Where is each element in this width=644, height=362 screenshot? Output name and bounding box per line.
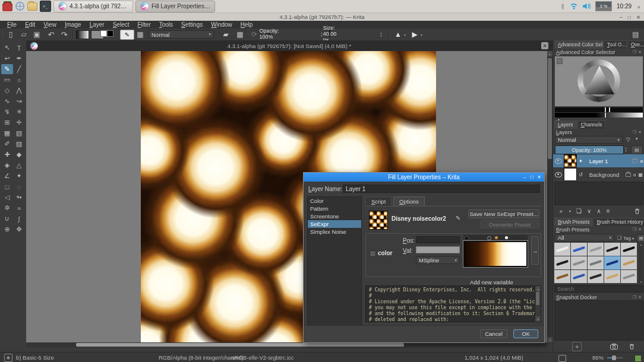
maximize-button[interactable]: □ bbox=[628, 14, 631, 20]
document-subwindow-titlebar[interactable]: 4.3.1-alpha (git 79267b7): [Not Saved] (… bbox=[26, 40, 553, 52]
tab-brush-preset-history[interactable]: Brush Preset History bbox=[593, 218, 644, 226]
switch-to-snapshot-button[interactable] bbox=[610, 344, 618, 350]
eject-icon[interactable]: ▲ bbox=[636, 4, 642, 9]
current-brush-indicator[interactable]: b) Basic-5 Size bbox=[4, 353, 54, 362]
float-docker-icon[interactable]: ❐ bbox=[633, 130, 636, 135]
layer-opacity-spinner[interactable]: ▴▾ bbox=[623, 145, 629, 154]
brush-preset-9[interactable] bbox=[621, 256, 637, 269]
brush-preset-2[interactable] bbox=[588, 243, 604, 256]
toolbar-grip[interactable]: ⋮ bbox=[1, 30, 5, 39]
brush-filter-combo[interactable]: All ▾ bbox=[555, 234, 614, 242]
tool-reference-images[interactable]: ✦ bbox=[13, 171, 25, 181]
close-docker-icon[interactable]: ✕ bbox=[638, 130, 642, 135]
tool-ellipse[interactable]: ○ bbox=[13, 75, 25, 85]
browser-icon[interactable] bbox=[15, 1, 25, 11]
eraser-mode-button[interactable]: ▰ bbox=[221, 30, 231, 39]
scroll-down-icon[interactable]: ▾ bbox=[547, 337, 553, 342]
tab-options[interactable]: Options bbox=[393, 196, 425, 206]
snapshot-list[interactable] bbox=[554, 300, 643, 341]
float-docker-icon[interactable]: ❐ bbox=[633, 227, 636, 232]
generator-item-pattern[interactable]: Pattern bbox=[308, 205, 361, 212]
chevron-down-icon[interactable]: ▾ bbox=[403, 30, 407, 39]
minimize-button[interactable]: – bbox=[620, 14, 623, 20]
menu-file[interactable]: File bbox=[4, 21, 20, 28]
selection-mode-icon[interactable] bbox=[558, 355, 566, 362]
tool-rect-select[interactable]: □ bbox=[1, 182, 13, 192]
tool-polygon[interactable]: ◇ bbox=[1, 85, 13, 96]
alpha-lock-icon[interactable]: α bbox=[640, 158, 643, 164]
remove-snapshot-button[interactable] bbox=[629, 344, 634, 350]
close-button[interactable]: ✕ bbox=[636, 14, 640, 20]
dialog-minimize-button[interactable]: – bbox=[523, 174, 526, 180]
colorspace-label[interactable]: RGB/Alpha (8-bit integer/channel) bbox=[159, 353, 244, 362]
opacity-slider[interactable]: Opacity: 100% bbox=[269, 30, 270, 37]
tool-color-sampler[interactable]: ✐ bbox=[1, 139, 13, 149]
gradient-preview[interactable] bbox=[463, 241, 528, 267]
close-docker-icon[interactable]: ✕ bbox=[638, 227, 642, 232]
menu-select[interactable]: Select bbox=[109, 21, 133, 28]
color-variable-checkbox[interactable] bbox=[370, 250, 376, 257]
tool-transform[interactable]: ⊞ bbox=[1, 118, 13, 128]
brush-preset-4[interactable] bbox=[621, 243, 637, 256]
undo-button[interactable]: ↶ bbox=[46, 30, 56, 39]
chevron-down-icon[interactable]: ▾ bbox=[569, 209, 571, 213]
val-input[interactable] bbox=[416, 246, 460, 253]
create-snapshot-button[interactable]: ＋ bbox=[572, 342, 582, 351]
dialog-maximize-button[interactable]: □ bbox=[530, 174, 533, 180]
chevron-down-icon[interactable]: ▾ bbox=[636, 136, 638, 141]
dialog-titlebar[interactable]: Fill Layer Properties – Krita – □ ✕ bbox=[304, 173, 544, 182]
tool-bezier-select[interactable]: ∫ bbox=[13, 214, 25, 224]
menu-view[interactable]: View bbox=[40, 21, 60, 28]
layer-row-layer1[interactable]: ✦ Layer 1 α bbox=[553, 154, 644, 167]
tool-ellipse-select[interactable]: ◌ bbox=[13, 182, 25, 192]
mirror-horizontal-button[interactable]: ▲ bbox=[393, 30, 403, 39]
menu-image[interactable]: Image bbox=[61, 21, 85, 28]
workspace-chooser-icon[interactable]: ▦ bbox=[135, 30, 145, 39]
seexpr-preset-thumbnail[interactable] bbox=[369, 211, 388, 230]
show-canvas-only-icon[interactable]: ▤ bbox=[631, 30, 640, 39]
close-docker-icon[interactable]: ✕ bbox=[638, 50, 642, 55]
menu-tools[interactable]: Tools bbox=[156, 21, 176, 28]
layer-visibility-icon[interactable] bbox=[555, 172, 562, 177]
ok-button[interactable]: OK bbox=[513, 329, 538, 338]
interpolation-combo[interactable]: MSpline ▾ bbox=[416, 256, 460, 264]
lightness-bar[interactable] bbox=[555, 113, 643, 118]
generator-item-color[interactable]: Color bbox=[308, 197, 361, 205]
tab-advanced-color-selector[interactable]: Advanced Color Sel... bbox=[554, 40, 603, 49]
new-document-button[interactable]: ▯ bbox=[6, 30, 15, 39]
layer-list-empty-area[interactable] bbox=[554, 182, 643, 205]
menu-filter[interactable]: Filter bbox=[134, 21, 154, 28]
add-new-variable-button[interactable]: Add new variable bbox=[470, 279, 513, 285]
tool-measure[interactable]: ∠ bbox=[1, 171, 13, 181]
color-selector-widget[interactable] bbox=[555, 56, 643, 106]
taskbar-window-krita-main[interactable]: 4.3.1-alpha (git 7926... bbox=[53, 1, 133, 12]
brush-preset-8[interactable] bbox=[604, 256, 620, 269]
canvas-vertical-scrollbar[interactable]: ▴ ▾ bbox=[547, 51, 553, 342]
layer-properties-button[interactable]: ≡ bbox=[607, 208, 610, 214]
brush-preset-3[interactable] bbox=[604, 243, 620, 256]
tag-label[interactable]: Tag bbox=[623, 236, 631, 241]
layer-filter-icon[interactable]: ▽ bbox=[626, 136, 630, 142]
dialog-close-button[interactable]: ✕ bbox=[537, 174, 541, 180]
chevron-down-icon[interactable]: ▾ bbox=[419, 30, 424, 39]
scroll-up-icon[interactable]: ▴ bbox=[547, 51, 553, 56]
cpu-monitor[interactable]: 3 % bbox=[595, 1, 612, 11]
generator-item-screentone[interactable]: Screentone bbox=[308, 212, 361, 220]
brush-size-slider[interactable]: Size: 40.00 px bbox=[329, 30, 330, 37]
terminal-icon[interactable]: >_ bbox=[40, 1, 51, 12]
tool-poly-select[interactable]: ◁ bbox=[1, 192, 13, 202]
volume-icon[interactable] bbox=[583, 3, 591, 9]
taskbar-window-fill-layer-dialog[interactable]: Fill Layer Properties –... bbox=[135, 1, 215, 12]
tool-dynamic-brush[interactable]: ↯ bbox=[1, 107, 13, 117]
blend-mode-combo[interactable]: Normal ▾ bbox=[149, 30, 214, 39]
tool-magnetic-select[interactable]: ∪ bbox=[1, 214, 13, 224]
tool-wand-select[interactable]: ✲ bbox=[1, 203, 13, 213]
tool-similar-select[interactable]: ≈ bbox=[13, 203, 25, 213]
tool-pan[interactable]: ✥ bbox=[13, 224, 25, 234]
image-dimensions-label[interactable]: 1,024 x 1,024 (4,0 MiB) bbox=[465, 353, 523, 362]
subwindow-close-button[interactable]: ✕ bbox=[541, 42, 548, 49]
layer-thumbnail[interactable] bbox=[564, 154, 577, 167]
menu-help[interactable]: Help bbox=[237, 21, 257, 28]
lock-icon[interactable] bbox=[626, 173, 631, 177]
layer-blend-mode-combo[interactable]: Normal ▾ bbox=[555, 136, 623, 144]
